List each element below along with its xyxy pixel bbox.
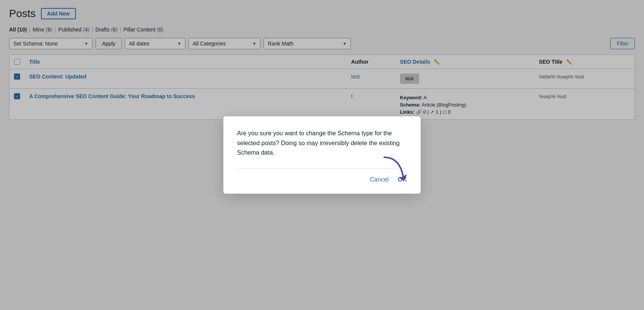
dialog-overlay: Are you sure you want to change the Sche…: [0, 0, 644, 310]
page-wrapper: Posts Add New All (10) | Mine (9) | Publ…: [0, 0, 644, 310]
arrow-icon: [380, 153, 411, 184]
dialog-actions: Cancel OK: [237, 176, 407, 183]
confirmation-dialog: Are you sure you want to change the Sche…: [223, 116, 421, 194]
